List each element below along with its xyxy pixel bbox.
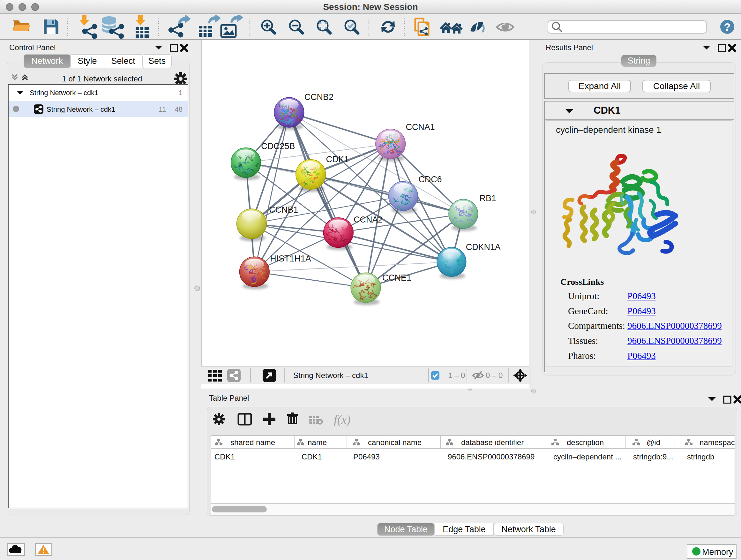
svg-text:canonical name: canonical name <box>368 438 421 447</box>
svg-text:?: ? <box>724 21 731 33</box>
svg-text:CCNA2: CCNA2 <box>354 215 383 225</box>
svg-text:name: name <box>308 438 327 447</box>
svg-text:stringdb: stringdb <box>687 452 714 461</box>
svg-text:CCNE1: CCNE1 <box>382 273 411 283</box>
svg-text:CDKN1A: CDKN1A <box>466 242 501 252</box>
svg-text:CDC25B: CDC25B <box>261 141 295 151</box>
svg-text:CCNB2: CCNB2 <box>305 92 333 102</box>
svg-text:CDC6: CDC6 <box>418 175 442 184</box>
svg-text:0 – 0: 0 – 0 <box>486 371 502 380</box>
svg-text:cyclin–dependent ...: cyclin–dependent ... <box>553 452 621 461</box>
svg-text:CDK1: CDK1 <box>214 452 235 461</box>
svg-text:shared name: shared name <box>230 438 275 447</box>
svg-text:namespac: namespac <box>699 438 735 447</box>
svg-text:description: description <box>567 438 604 447</box>
svg-text:f(x): f(x) <box>334 413 351 427</box>
svg-text:stringdb:9...: stringdb:9... <box>633 452 673 461</box>
svg-text:@id: @id <box>647 438 660 447</box>
svg-text:9606.ENSP00000378699: 9606.ENSP00000378699 <box>448 452 535 461</box>
svg-text:CCNB1: CCNB1 <box>269 205 298 214</box>
svg-text:HIST1H1A: HIST1H1A <box>270 254 311 263</box>
svg-text:database identifier: database identifier <box>461 438 524 447</box>
svg-text:CDK1: CDK1 <box>326 154 349 164</box>
svg-text:RB1: RB1 <box>480 193 496 203</box>
svg-text:String Network – cdk1: String Network – cdk1 <box>293 371 368 380</box>
svg-text:P06493: P06493 <box>353 452 380 461</box>
svg-text:CDK1: CDK1 <box>301 452 322 461</box>
svg-text:1 – 0: 1 – 0 <box>448 371 465 380</box>
svg-text:CCNA1: CCNA1 <box>406 122 435 132</box>
